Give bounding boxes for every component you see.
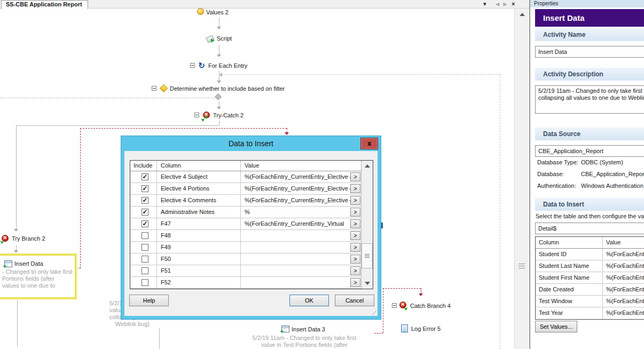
node-values2[interactable]: Values 2	[197, 9, 229, 15]
include-checkbox[interactable]	[142, 256, 148, 263]
column-cell[interactable]: F48	[157, 230, 241, 241]
table-row[interactable]: ✓ Administrative Notes %(ForEachEntry_Cu…	[130, 207, 373, 218]
table-row[interactable]: ✓ Elective 4 Portions %(ForEachEntry_Cur…	[130, 183, 373, 195]
collapse-toggle[interactable]	[194, 113, 199, 117]
include-checkbox[interactable]	[142, 232, 148, 239]
cancel-button[interactable]: Cancel	[335, 295, 374, 306]
ok-button[interactable]: OK	[289, 295, 329, 306]
table-row[interactable]: F51 >	[130, 265, 373, 277]
table-row[interactable]: Test Window%(ForEachEntry_	[536, 296, 644, 307]
table-row[interactable]: ✓ Elective 4 Subject %(ForEachEntry_Curr…	[130, 171, 373, 183]
collapse-toggle[interactable]	[190, 63, 195, 68]
table-row[interactable]: Test Year%(ForEachEntry_	[536, 307, 644, 319]
value-cell[interactable]: >	[241, 265, 362, 276]
node-try-catch2[interactable]: Try-Catch 2	[194, 112, 244, 118]
value-cell[interactable]: >	[241, 253, 362, 265]
column-cell[interactable]: F51	[157, 265, 241, 276]
value-cell[interactable]: >	[241, 242, 362, 253]
expand-button[interactable]: >	[350, 243, 360, 252]
include-checkbox[interactable]: ✓	[142, 209, 148, 216]
field-value: Windows Authentication	[581, 183, 643, 189]
node-for-each-entry[interactable]: For Each Entry	[190, 62, 247, 69]
table-hint: Select the table and then configure the …	[536, 213, 644, 219]
column-cell[interactable]: Elective 4 Comments	[157, 195, 241, 206]
table-row[interactable]: Student ID%(ForEachEntry_	[536, 249, 644, 260]
value-cell[interactable]: %(ForEachEntry_CurrentEntry_Elective 4 P…	[241, 195, 362, 206]
table-row[interactable]: F48 >	[130, 230, 373, 242]
dialog-close-button[interactable]: x	[360, 138, 378, 149]
column-cell[interactable]: Elective 4 Portions	[157, 183, 241, 194]
tab-close-icon[interactable]: ×	[512, 1, 515, 7]
node-description: - Changed to only take first	[2, 268, 72, 275]
include-checkbox[interactable]: ✓	[142, 220, 148, 227]
include-checkbox[interactable]: ✓	[142, 197, 148, 204]
value-cell[interactable]: >	[241, 230, 362, 241]
node-label: Try-Catch 2	[213, 112, 244, 118]
expand-button[interactable]: >	[350, 196, 360, 205]
expand-button[interactable]: >	[350, 219, 360, 228]
tab-menu-icon[interactable]: ▾	[483, 1, 486, 7]
table-row[interactable]: F49 >	[130, 242, 373, 253]
node-insert-data3[interactable]: Insert Data 3	[281, 326, 325, 332]
node-insert-data-selected[interactable]: Insert Data - Changed to only take first…	[0, 254, 76, 299]
expand-button[interactable]: >	[350, 172, 360, 181]
tab-forward-icon[interactable]: ▹	[504, 1, 507, 7]
field-value: ODBC (System)	[581, 159, 623, 165]
column-cell[interactable]: F52	[157, 277, 241, 288]
scroll-up-icon[interactable]	[520, 13, 525, 16]
scrollbar-thumb[interactable]	[362, 243, 373, 268]
expand-button[interactable]: >	[350, 255, 360, 264]
column-cell[interactable]: Elective 4 Subject	[157, 171, 241, 183]
node-log-error5[interactable]: Log Error 5	[401, 326, 441, 332]
help-button[interactable]: Help	[129, 295, 169, 306]
column-cell[interactable]: Administrative Notes	[157, 207, 241, 218]
node-label: Determine whether to include based on fi…	[170, 85, 285, 92]
include-checkbox[interactable]	[142, 267, 148, 274]
value-cell[interactable]: %(ForEachEntry_CurrentEntry_Elective 4 S…	[241, 171, 362, 183]
node-script[interactable]: Script	[206, 35, 232, 42]
include-checkbox[interactable]	[142, 279, 148, 286]
value-cell[interactable]: %(ForEachEntry_CurrentEntry_Elective 4 T…	[241, 183, 362, 194]
expand-button[interactable]: >	[350, 278, 360, 287]
table-vertical-scrollbar[interactable]	[361, 161, 373, 289]
node-determine-filter[interactable]: Determine whether to include based on fi…	[152, 85, 285, 92]
resize-grip[interactable]	[372, 311, 376, 315]
column-cell[interactable]: F50	[157, 253, 241, 265]
value-cell[interactable]: %(ForEachEntry_CurrentEntry_Virtual Test…	[241, 218, 362, 229]
data-source-select[interactable]: CBE_Application_Report	[535, 145, 644, 157]
table-row[interactable]: F52 >	[130, 277, 373, 289]
expand-button[interactable]: >	[350, 184, 360, 193]
scroll-down-icon[interactable]	[365, 282, 370, 285]
include-checkbox[interactable]: ✓	[142, 185, 148, 192]
include-checkbox[interactable]	[142, 244, 148, 251]
canvas-vertical-scrollbar[interactable]	[514, 9, 529, 349]
column-cell[interactable]: F47	[157, 218, 241, 229]
check-glyph: ✓	[142, 185, 147, 192]
activity-description-input[interactable]: 5/2/19 11am - Changed to only take first…	[535, 85, 644, 114]
node-try-branch2[interactable]: Try Branch 2	[2, 235, 45, 242]
table-row[interactable]: ✓ Elective 4 Comments %(ForEachEntry_Cur…	[130, 195, 373, 207]
expand-button[interactable]: >	[350, 231, 360, 240]
workflow-tab[interactable]: SS-CBE Application Report	[1, 0, 88, 9]
dialog-title: Data to Insert	[121, 136, 381, 151]
column-cell[interactable]: F49	[157, 242, 241, 253]
table-row[interactable]: Date Created%(ForEachEntry_	[536, 284, 644, 296]
table-row[interactable]: Student First Name%(ForEachEntry_	[536, 272, 644, 284]
tab-back-icon[interactable]: ◃	[496, 1, 499, 7]
expand-button[interactable]: >	[350, 266, 360, 275]
table-row[interactable]: Student Last Name%(ForEachEntry_	[536, 260, 644, 272]
value-cell[interactable]: >	[241, 277, 362, 288]
collapse-toggle[interactable]	[152, 86, 156, 91]
scrollbar-grip[interactable]	[519, 264, 525, 264]
collapse-toggle[interactable]	[392, 303, 397, 308]
node-catch-branch4[interactable]: Catch Branch 4	[392, 303, 451, 309]
table-row[interactable]: ✓ F47 %(ForEachEntry_CurrentEntry_Virtua…	[130, 218, 373, 230]
scroll-up-icon[interactable]	[365, 164, 370, 168]
set-values-button[interactable]: Set Values...	[535, 321, 577, 332]
include-checkbox[interactable]: ✓	[142, 173, 148, 180]
activity-name-input[interactable]: Insert Data	[535, 46, 644, 58]
value-cell[interactable]: %(ForEachEntry_CurrentEntry_Administrati…	[241, 207, 362, 218]
expand-button[interactable]: >	[350, 208, 360, 217]
table-row[interactable]: F50 >	[130, 253, 373, 265]
table-name-select[interactable]: Detail$	[535, 223, 644, 234]
